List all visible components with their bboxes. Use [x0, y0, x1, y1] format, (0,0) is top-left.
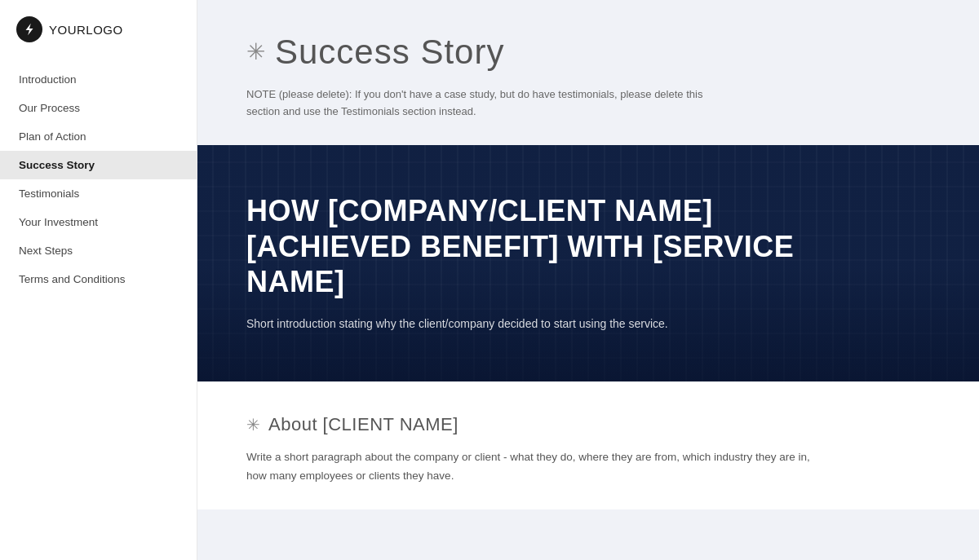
logo-icon — [16, 16, 42, 42]
about-heading: About [CLIENT NAME] — [268, 414, 458, 435]
sidebar: YOURLOGO Introduction Our Process Plan o… — [0, 0, 197, 560]
hero-content: How [COMPANY/CLIENT NAME] [ACHIEVED BENE… — [246, 193, 930, 333]
sidebar-item-next-steps[interactable]: Next Steps — [0, 236, 197, 265]
note-text: NOTE (please delete): If you don't have … — [246, 86, 736, 121]
sidebar-item-testimonials[interactable]: Testimonials — [0, 179, 197, 208]
hero-subtitle: Short introduction stating why the clien… — [246, 315, 703, 333]
hero-banner: How [COMPANY/CLIENT NAME] [ACHIEVED BENE… — [197, 145, 979, 381]
logo-bold: YOUR — [49, 23, 86, 37]
about-title: ✳ About [CLIENT NAME] — [246, 414, 930, 435]
about-section: ✳ About [CLIENT NAME] Write a short para… — [197, 381, 979, 510]
section-asterisk-icon: ✳ — [246, 41, 265, 64]
header-section: ✳ Success Story NOTE (please delete): If… — [197, 0, 979, 145]
logo-text: YOURLOGO — [49, 23, 123, 37]
sidebar-item-plan-of-action[interactable]: Plan of Action — [0, 122, 197, 151]
lightning-icon — [22, 22, 37, 37]
logo-area: YOURLOGO — [0, 0, 197, 65]
main-content: ✳ Success Story NOTE (please delete): If… — [197, 0, 979, 560]
sidebar-item-our-process[interactable]: Our Process — [0, 94, 197, 122]
sidebar-item-your-investment[interactable]: Your Investment — [0, 208, 197, 236]
logo-light: LOGO — [86, 23, 122, 37]
page-title: Success Story — [275, 33, 504, 72]
sidebar-item-terms-and-conditions[interactable]: Terms and Conditions — [0, 265, 197, 293]
about-text: Write a short paragraph about the compan… — [246, 448, 817, 486]
hero-title: How [COMPANY/CLIENT NAME] [ACHIEVED BENE… — [246, 193, 817, 299]
sidebar-nav: Introduction Our Process Plan of Action … — [0, 65, 197, 293]
section-title: ✳ Success Story — [246, 33, 930, 72]
sidebar-item-success-story[interactable]: Success Story — [0, 151, 197, 179]
sidebar-item-introduction[interactable]: Introduction — [0, 65, 197, 94]
about-asterisk-icon: ✳ — [246, 415, 260, 434]
svg-marker-0 — [26, 24, 33, 35]
